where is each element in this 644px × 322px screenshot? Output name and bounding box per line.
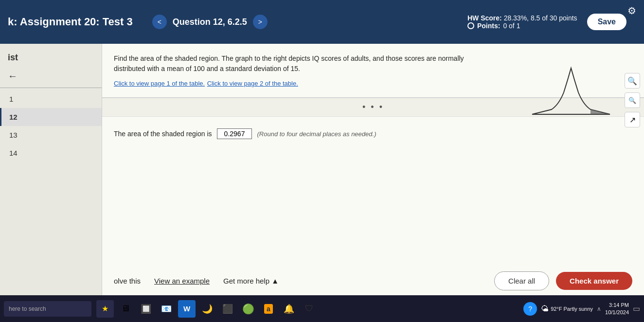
- sidebar-back-button[interactable]: ←: [0, 67, 102, 86]
- sidebar-item-1[interactable]: 1: [0, 90, 102, 108]
- prev-question-button[interactable]: <: [152, 15, 167, 29]
- external-link-icon: ↗: [629, 115, 636, 125]
- taskbar-app-icon-7: ⬛: [222, 304, 233, 314]
- taskbar-icon-1[interactable]: ★: [96, 300, 114, 318]
- taskbar-icon-6[interactable]: 🌙: [198, 300, 216, 318]
- points-value: 0 of 1: [503, 22, 520, 30]
- taskbar: here to search ★ 🖥 🔲 📧 W 🌙 ⬛ 🟢 a 🔔 🛡 ? 🌤…: [0, 295, 644, 322]
- zoom-in-button[interactable]: 🔍: [625, 73, 640, 89]
- taskbar-app-icon-5: W: [183, 304, 190, 313]
- taskbar-search[interactable]: here to search: [4, 301, 91, 317]
- question-panel: Find the area of the shaded region. The …: [102, 44, 644, 98]
- taskbar-app-icon-8: 🟢: [242, 303, 254, 315]
- right-icons-panel: 🔍 🔍 ↗: [625, 73, 640, 127]
- weather-text: 92°F Partly sunny: [551, 306, 593, 312]
- view-example-link[interactable]: View an example: [154, 277, 210, 285]
- sidebar-item-12[interactable]: 12: [0, 108, 102, 126]
- taskbar-clock: 3:14 PM 10/1/2024: [605, 302, 629, 316]
- taskbar-icon-11[interactable]: 🛡: [301, 300, 318, 318]
- taskbar-icon-4[interactable]: 📧: [158, 300, 175, 318]
- taskbar-app-icon-4: 📧: [161, 304, 172, 314]
- taskbar-app-icon-1: ★: [102, 304, 108, 313]
- sidebar-label: ist: [0, 49, 102, 67]
- get-help-link[interactable]: Get more help ▲: [223, 277, 279, 285]
- round-note: (Round to four decimal places as needed.…: [257, 130, 376, 138]
- points-row: Points: 0 of 1: [467, 22, 577, 30]
- question-icon[interactable]: ?: [523, 302, 537, 316]
- question-nav: < Question 12, 6.2.5 >: [152, 15, 268, 29]
- answer-input[interactable]: [217, 128, 252, 139]
- zoom-out-icon: 🔍: [628, 97, 636, 104]
- desktop-button[interactable]: ▭: [633, 304, 640, 313]
- taskbar-icon-8[interactable]: 🟢: [239, 300, 257, 318]
- taskbar-icon-9[interactable]: a: [260, 300, 277, 318]
- sidebar-item-14[interactable]: 14: [0, 144, 102, 162]
- footer: olve this View an example Get more help …: [102, 267, 644, 295]
- sidebar: ist ← 1 12 13 14: [0, 44, 102, 322]
- taskbar-time-text: 3:14 PM: [605, 302, 629, 308]
- taskbar-app-icon-6: 🌙: [202, 304, 213, 314]
- external-link-button[interactable]: ↗: [625, 112, 640, 127]
- sidebar-item-13[interactable]: 13: [0, 126, 102, 144]
- weather-temp-icon: 🌤: [541, 304, 549, 313]
- zoom-out-button[interactable]: 🔍: [625, 92, 640, 108]
- answer-prefix: The area of the shaded region is: [114, 130, 212, 138]
- taskbar-right: ? 🌤 92°F Partly sunny ∧ 3:14 PM 10/1/202…: [523, 302, 640, 316]
- solve-this-link[interactable]: olve this: [114, 277, 141, 285]
- main-container: ist ← 1 12 13 14 Find the area of the sh…: [0, 44, 644, 322]
- dots-icon: • • •: [362, 102, 384, 112]
- taskbar-app-icon-11: 🛡: [305, 304, 314, 314]
- table-link-1[interactable]: Click to view page 1 of the table.: [114, 80, 205, 87]
- content-area: Find the area of the shaded region. The …: [102, 44, 644, 322]
- table-link-2[interactable]: Click to view page 2 of the table.: [207, 80, 298, 87]
- points-circle-icon: [467, 22, 474, 29]
- hw-score-text: HW Score: 28.33%, 8.5 of 30 points: [467, 14, 577, 22]
- taskbar-date-text: 10/1/2024: [605, 309, 629, 316]
- action-buttons: Clear all Check answer: [494, 271, 632, 290]
- clear-all-button[interactable]: Clear all: [494, 271, 549, 290]
- gear-icon[interactable]: ⚙: [627, 5, 636, 17]
- weather-info: 🌤 92°F Partly sunny: [541, 304, 593, 313]
- taskbar-icon-2[interactable]: 🖥: [117, 300, 134, 318]
- question-text: Find the area of the shaded region. The …: [114, 54, 493, 74]
- taskbar-icon-10[interactable]: 🔔: [280, 300, 298, 318]
- system-tray-icon: ∧: [597, 305, 601, 312]
- bell-curve: [527, 58, 615, 124]
- next-question-button[interactable]: >: [253, 15, 268, 29]
- check-answer-button[interactable]: Check answer: [556, 272, 632, 290]
- taskbar-icon-7[interactable]: ⬛: [219, 300, 236, 318]
- taskbar-icon-5[interactable]: W: [178, 300, 196, 318]
- header: k: Assignment 20: Test 3 < Question 12, …: [0, 0, 644, 44]
- taskbar-icon-3[interactable]: 🔲: [137, 300, 155, 318]
- taskbar-app-icon-3: 🔲: [141, 304, 151, 314]
- zoom-in-icon: 🔍: [627, 76, 637, 86]
- question-label: Question 12, 6.2.5: [173, 17, 247, 27]
- sidebar-divider: [0, 88, 102, 88]
- search-placeholder: here to search: [9, 305, 46, 312]
- taskbar-app-icon-amazon: a: [264, 304, 273, 314]
- assignment-title: k: Assignment 20: Test 3: [8, 16, 133, 28]
- hw-score-section: HW Score: 28.33%, 8.5 of 30 points Point…: [467, 14, 577, 30]
- taskbar-app-icon-2: 🖥: [121, 304, 130, 314]
- save-button[interactable]: Save: [587, 14, 626, 30]
- taskbar-app-icon-10: 🔔: [284, 304, 294, 314]
- hw-score-value: 28.33%, 8.5 of 30 points: [504, 14, 577, 22]
